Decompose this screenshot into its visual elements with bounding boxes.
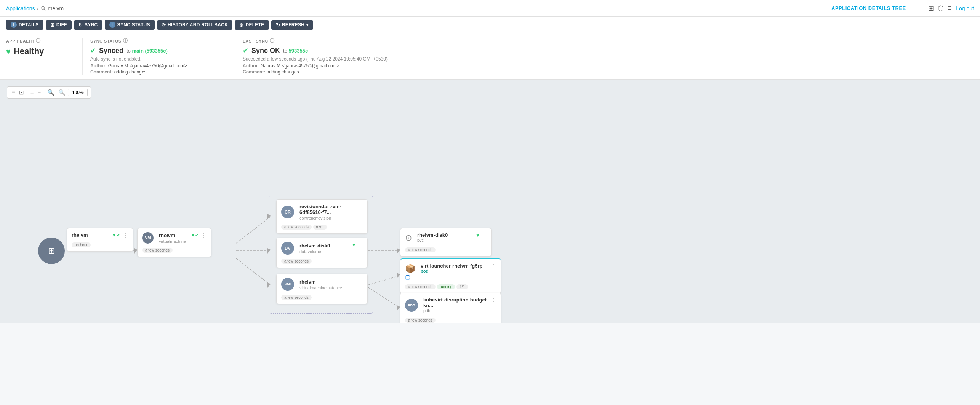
cr-node[interactable]: CR revision-start-vm-6df85610-f7... cont… <box>276 199 368 234</box>
zoom-divider-2 <box>44 89 44 96</box>
pdb-more-icon[interactable]: ⋮ <box>491 297 496 303</box>
pod-more-icon[interactable]: ⋮ <box>491 263 496 269</box>
app-health-info-icon: ⓘ <box>36 38 41 44</box>
pvc-node-title: rhelvm-disk0 <box>417 232 448 238</box>
search-context: rhelvm <box>41 5 64 11</box>
hierarchy-icon[interactable]: ⋮⋮ <box>911 4 924 13</box>
dv-heart-icon: ♥ <box>352 242 355 247</box>
root-node-card[interactable]: rhelvm ♥ ✔ ⋮ an hour <box>67 228 133 252</box>
zoom-input[interactable]: 100% <box>68 89 88 96</box>
pdb-time-tag: a few seconds <box>405 318 436 323</box>
canvas-area[interactable]: ≡ ⊡ + − 🔍 🔍 100% ⊞ <box>0 80 980 323</box>
root-node[interactable]: ⊞ <box>38 238 65 264</box>
dv-node-header: DV rhelvm-disk0 datavolume ♥ ⋮ <box>281 242 363 255</box>
sync-status-icon: i <box>109 22 115 28</box>
sync-button[interactable]: ↻ SYNC <box>74 20 102 30</box>
root-sync-icon: ✔ <box>117 233 120 238</box>
grid-icon[interactable]: ⊞ <box>928 4 934 13</box>
vmi-more-icon[interactable]: ⋮ <box>357 278 363 284</box>
pdb-node-header: PDB kubevirt-disruption-budget-kn... pdb… <box>405 297 496 314</box>
network-icon[interactable]: ⬡ <box>938 4 944 13</box>
zoom-out-button[interactable]: − <box>36 89 43 97</box>
vm-node[interactable]: VM rhelvm virtualmachine ♥ ✔ ⋮ a few sec… <box>137 228 211 257</box>
cr-node-type: controllerrevision <box>299 216 356 220</box>
nav-right: APPLICATION DETAILS TREE ⋮⋮ ⊞ ⬡ ≡ Log ou… <box>831 4 974 13</box>
pvc-node[interactable]: ⊙ rhelvm-disk0 pvc ♥ ⋮ a few seconds <box>400 228 492 257</box>
nav-icons: ⋮⋮ ⊞ ⬡ ≡ <box>911 4 952 13</box>
pod-node-header: 📦 virt-launcher-rhelvm-fg5rp pod ⋮ <box>405 263 496 274</box>
last-sync-more[interactable]: ··· <box>962 39 966 43</box>
zoom-out-magnifier[interactable]: 🔍 <box>57 88 67 97</box>
details-button[interactable]: i DETAILS <box>6 20 43 30</box>
vm-more-icon[interactable]: ⋮ <box>201 232 207 238</box>
diff-button[interactable]: ⊞ DIFF <box>46 20 72 30</box>
vmi-node[interactable]: VMI rhelvm virtualmachineinstance ⋮ a fe… <box>276 274 368 304</box>
refresh-button[interactable]: ↻ REFRESH ▾ <box>271 20 313 30</box>
dv-time-tag: a few seconds <box>281 259 312 264</box>
last-sync-label: LAST SYNC ⓘ ··· <box>243 38 966 44</box>
svg-line-1 <box>44 9 46 10</box>
logout-button[interactable]: Log out <box>956 5 974 11</box>
synced-to: to main (593355c) <box>127 48 168 54</box>
syncok-to: to 593355c <box>283 48 308 54</box>
app-health-label: APP HEALTH ⓘ <box>6 38 75 44</box>
pod-loading-icon <box>405 275 410 280</box>
table-icon[interactable]: ≡ <box>948 4 952 12</box>
vmi-node-header: VMI rhelvm virtualmachineinstance ⋮ <box>281 278 363 291</box>
synced-row: ✔ Synced to main (593355c) <box>90 46 227 55</box>
pvc-node-header: ⊙ rhelvm-disk0 pvc ♥ ⋮ <box>405 232 487 243</box>
dv-node[interactable]: DV rhelvm-disk0 datavolume ♥ ⋮ a few sec… <box>276 238 368 268</box>
sync-status-button[interactable]: i SYNC STATUS <box>105 20 155 30</box>
delete-button[interactable]: ⊗ DELETE <box>235 20 269 30</box>
svg-line-3 <box>236 217 271 243</box>
syncok-text: Sync OK <box>251 47 280 55</box>
zoom-in-button[interactable]: + <box>29 89 35 97</box>
search-icon <box>41 6 46 11</box>
cr-time-tag: a few seconds <box>281 225 312 230</box>
zoom-controls: ≡ ⊡ + − 🔍 🔍 100% <box>7 86 91 99</box>
list-view-button[interactable]: ≡ <box>10 89 17 97</box>
pvc-icon: ⊙ <box>405 233 412 243</box>
pdb-node[interactable]: PDB kubevirt-disruption-budget-kn... pdb… <box>400 293 501 323</box>
dv-more-icon[interactable]: ⋮ <box>357 242 363 248</box>
last-sync-comment-row: Comment: adding changes <box>243 69 966 75</box>
root-time-tag: an hour <box>72 242 91 247</box>
svg-line-5 <box>236 258 271 285</box>
cr-more-icon[interactable]: ⋮ <box>357 204 363 210</box>
pod-node[interactable]: 📦 virt-launcher-rhelvm-fg5rp pod ⋮ a few… <box>400 258 501 293</box>
pdb-tags: a few seconds <box>405 316 496 323</box>
vm-avatar: VM <box>142 232 154 244</box>
cr-node-title: revision-start-vm-6df85610-f7... <box>299 204 356 215</box>
zoom-divider <box>27 89 27 96</box>
svg-marker-13 <box>397 248 400 254</box>
cr-rev-tag: rev:1 <box>313 225 327 230</box>
pdb-avatar: PDB <box>405 299 418 312</box>
search-text: rhelvm <box>48 5 64 11</box>
sync-author-row: Author: Gaurav M <gaurav45750@gmail.com> <box>90 63 227 69</box>
syncok-hash[interactable]: 593355c <box>289 48 308 54</box>
sync-status-more[interactable]: ··· <box>223 39 227 43</box>
dv-tags: a few seconds <box>281 257 363 264</box>
pod-status-row <box>405 275 496 280</box>
app-details-tree-label: APPLICATION DETAILS TREE <box>831 5 906 11</box>
sync-status-label: SYNC STATUS ⓘ ··· <box>90 38 227 44</box>
zoom-in-magnifier[interactable]: 🔍 <box>46 88 56 97</box>
vmi-avatar: VMI <box>281 278 294 291</box>
dv-node-type: datavolume <box>299 249 330 254</box>
synced-branch[interactable]: main (593355c) <box>132 48 168 54</box>
history-rollback-button[interactable]: ⟳ HISTORY AND ROLLBACK <box>157 20 232 30</box>
pod-icon: 📦 <box>405 264 415 274</box>
vmi-tags: a few seconds <box>281 293 363 300</box>
applications-link[interactable]: Applications <box>6 5 35 11</box>
fit-view-button[interactable]: ⊡ <box>18 88 26 97</box>
pod-time-tag: a few seconds <box>405 284 436 289</box>
heart-icon: ♥ <box>6 47 11 56</box>
root-more-icon[interactable]: ⋮ <box>123 232 128 238</box>
pvc-more-icon[interactable]: ⋮ <box>481 232 487 238</box>
succeeded-note: Succeeded a few seconds ago (Thu Aug 22 … <box>243 56 966 62</box>
cr-avatar: CR <box>281 206 294 218</box>
cr-node-header: CR revision-start-vm-6df85610-f7... cont… <box>281 204 363 220</box>
vm-tags: a few seconds <box>142 246 207 253</box>
synced-text: Synced <box>99 47 123 55</box>
diff-icon: ⊞ <box>50 22 54 28</box>
